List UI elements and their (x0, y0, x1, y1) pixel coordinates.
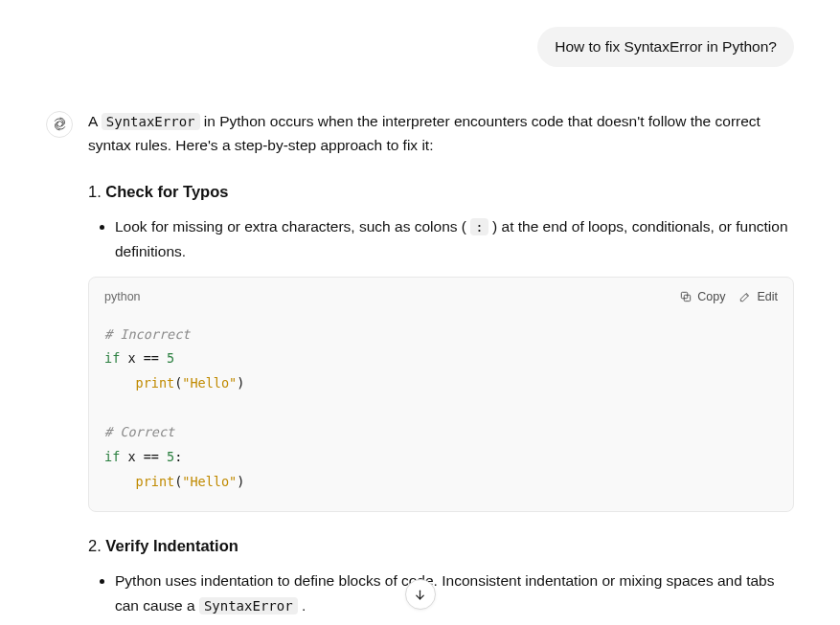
section-1-bullets: Look for missing or extra characters, su… (88, 214, 794, 263)
code-token-string: "Hello" (182, 474, 237, 489)
assistant-message-row: A SyntaxError in Python occurs when the … (46, 109, 794, 625)
code-block-1: python Copy (88, 277, 794, 512)
assistant-avatar-icon (46, 111, 73, 138)
code-token: : (174, 449, 182, 464)
inline-code-syntaxerror-2: SyntaxError (199, 597, 298, 614)
arrow-down-icon (413, 588, 427, 602)
code-token-number: 5 (167, 449, 174, 464)
scroll-down-button[interactable] (405, 579, 436, 610)
section-2-heading: 2. Verify Indentation (88, 533, 794, 559)
text: . (298, 597, 306, 614)
code-token: ) (237, 474, 244, 489)
code-actions: Copy Edit (679, 290, 778, 303)
section-number: 2. (88, 537, 102, 554)
code-token: x == (120, 449, 167, 464)
code-token (104, 474, 136, 489)
user-message-text: How to fix SyntaxError in Python? (555, 38, 777, 55)
section-2-bullets: Python uses indentation to define blocks… (88, 569, 794, 617)
code-language-label: python (104, 287, 141, 307)
code-token-keyword: if (104, 350, 120, 366)
chat-container: How to fix SyntaxError in Python? A Synt… (0, 0, 840, 625)
code-token-builtin: print (136, 474, 175, 489)
text: A (88, 113, 102, 129)
list-item: Look for missing or extra characters, su… (115, 214, 794, 263)
assistant-intro-paragraph: A SyntaxError in Python occurs when the … (88, 109, 794, 158)
section-number: 1. (88, 183, 102, 200)
copy-label: Copy (697, 290, 725, 303)
copy-icon (679, 290, 692, 303)
code-content[interactable]: # Incorrect if x == 5 print("Hello") # C… (89, 315, 793, 511)
code-token (104, 375, 136, 391)
inline-code-colon: : (470, 218, 488, 235)
assistant-message-body: A SyntaxError in Python occurs when the … (88, 109, 794, 625)
inline-code-syntaxerror: SyntaxError (102, 113, 200, 130)
code-token-comment: # Incorrect (104, 326, 190, 342)
code-block-header: python Copy (89, 278, 793, 315)
section-1-heading: 1. Check for Typos (88, 179, 794, 205)
text: Look for missing or extra characters, su… (115, 218, 470, 234)
edit-icon (738, 290, 752, 303)
code-token-keyword: if (104, 449, 120, 464)
code-token-string: "Hello" (182, 375, 237, 391)
user-message-row: How to fix SyntaxError in Python? (46, 27, 794, 67)
user-message-bubble: How to fix SyntaxError in Python? (537, 27, 794, 67)
code-token-comment: # Correct (104, 424, 174, 439)
section-title: Verify Indentation (105, 537, 238, 554)
section-title: Check for Typos (105, 183, 228, 200)
edit-label: Edit (757, 290, 778, 303)
copy-button[interactable]: Copy (679, 290, 725, 303)
code-token-number: 5 (167, 350, 174, 366)
code-token: x == (120, 350, 167, 366)
code-token: ) (237, 375, 244, 391)
list-item: Python uses indentation to define blocks… (115, 569, 794, 617)
edit-button[interactable]: Edit (738, 290, 778, 303)
code-token-builtin: print (136, 375, 175, 391)
